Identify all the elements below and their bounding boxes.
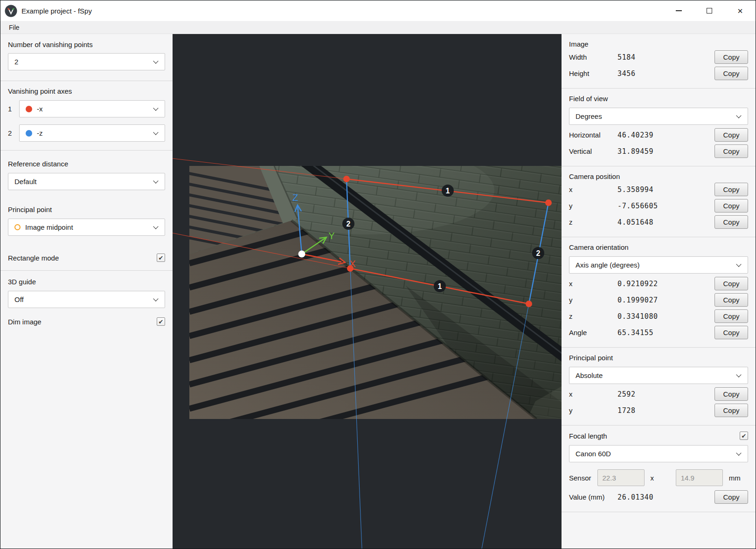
image-viewport[interactable]: Z Y X 1 2 <box>173 34 562 549</box>
copy-orientation-x-button[interactable]: Copy <box>714 277 748 290</box>
y-value: -7.656605 <box>617 202 714 210</box>
principal-point-select[interactable]: Image midpoint <box>8 219 165 236</box>
z-value: 4.051648 <box>617 218 714 226</box>
chevron-down-icon <box>736 113 741 118</box>
vp1-badge-bottom[interactable]: 1 <box>434 280 446 292</box>
orientation-mode-select[interactable]: Axis angle (degrees) <box>569 256 748 274</box>
chevron-down-icon <box>153 224 158 229</box>
fov-unit-select[interactable]: Degrees <box>569 108 748 125</box>
divider <box>0 150 173 151</box>
rectangle-mode-checkbox[interactable]: ✔ <box>157 254 165 262</box>
x-value: 2592 <box>617 390 714 398</box>
chevron-down-icon <box>153 178 158 183</box>
focal-length-checkbox[interactable]: ✔ <box>740 432 748 440</box>
camera-model-select[interactable]: Canon 60D <box>569 445 748 462</box>
axis-index: 1 <box>8 105 19 113</box>
copy-width-button[interactable]: Copy <box>714 50 748 64</box>
principal-point-section: Principal point Absolute x 2592 Copy y 1… <box>562 347 756 425</box>
copy-pp-x-button[interactable]: Copy <box>714 387 748 401</box>
maximize-button[interactable] <box>694 0 725 21</box>
axis-2-select[interactable]: -z <box>19 124 165 142</box>
minimize-button[interactable] <box>663 0 694 21</box>
vanishing-points-select[interactable]: 2 <box>8 53 165 70</box>
sensor-height-input <box>676 469 723 486</box>
copy-vertical-button[interactable]: Copy <box>714 144 748 158</box>
dim-image-checkbox[interactable]: ✔ <box>157 317 165 326</box>
chevron-down-icon <box>153 296 158 301</box>
fspy-logo-icon <box>5 5 17 17</box>
copy-position-z-button[interactable]: Copy <box>714 215 748 229</box>
control-point-bottom-right[interactable] <box>526 301 532 307</box>
horizontal-value: 46.40239 <box>617 131 714 139</box>
sensor-size-row: Sensor x mm <box>562 464 756 489</box>
z-label: z <box>569 218 617 226</box>
vp2-badge-right[interactable]: 2 <box>532 247 544 259</box>
sensor-unit: mm <box>729 474 748 482</box>
focal-length-title: Focal length <box>569 432 607 440</box>
orientation-y-row: y 0.1999027 Copy <box>562 292 756 308</box>
focal-value: 26.01340 <box>617 493 714 501</box>
copy-focal-length-button[interactable]: Copy <box>714 490 748 504</box>
window-title: Example project - fSpy <box>21 7 663 15</box>
check-icon: ✔ <box>159 254 164 261</box>
sensor-separator: x <box>651 474 670 482</box>
svg-text:2: 2 <box>536 249 541 257</box>
title-bar: Example project - fSpy ✕ <box>0 0 756 21</box>
x-label: x <box>569 390 617 398</box>
fov-unit-value: Degrees <box>576 112 602 120</box>
chevron-down-icon <box>153 105 158 110</box>
control-point-bottom-left[interactable] <box>347 265 354 272</box>
reference-distance-select[interactable]: Default <box>8 173 165 190</box>
orientation-mode-value: Axis angle (degrees) <box>576 261 640 269</box>
reference-distance-value: Default <box>14 178 37 185</box>
check-icon: ✔ <box>742 432 747 439</box>
copy-position-y-button[interactable]: Copy <box>714 199 748 213</box>
origin-handle[interactable] <box>298 251 305 258</box>
fov-horizontal-row: Horizontal 46.40239 Copy <box>562 127 756 143</box>
x-value: 5.358994 <box>617 185 714 194</box>
axis-2-color-dot-icon <box>26 130 32 137</box>
axis-1-select[interactable]: -x <box>19 100 165 117</box>
height-value: 3456 <box>617 69 714 78</box>
control-point-top-left[interactable] <box>343 176 350 182</box>
settings-panel: Number of vanishing points 2 Vanishing p… <box>0 34 173 549</box>
vanishing-points-value: 2 <box>14 58 18 66</box>
axis-1-color-dot-icon <box>26 106 32 112</box>
orientation-z-row: z 0.3341080 Copy <box>562 308 756 324</box>
chevron-down-icon <box>736 372 741 377</box>
sensor-width-input <box>597 469 645 486</box>
focal-value-label: Value (mm) <box>569 493 617 501</box>
3d-guide-select[interactable]: Off <box>8 291 165 308</box>
height-label: Height <box>569 69 617 77</box>
copy-height-button[interactable]: Copy <box>714 67 748 80</box>
menu-file[interactable]: File <box>5 22 23 33</box>
width-value: 5184 <box>617 53 714 62</box>
vp1-badge-top[interactable]: 1 <box>442 185 454 197</box>
z-label: z <box>569 312 617 320</box>
y-label: y <box>569 296 617 304</box>
copy-horizontal-button[interactable]: Copy <box>714 128 748 142</box>
focal-length-section: Focal length ✔ Canon 60D Sensor x mm <box>562 425 756 512</box>
vanishing-axes-label: Vanishing point axes <box>8 87 165 95</box>
vp2-badge-left[interactable]: 2 <box>342 218 354 230</box>
x-label: x <box>569 280 617 288</box>
orientation-x-row: x 0.9210922 Copy <box>562 275 756 292</box>
divider <box>562 512 756 512</box>
copy-pp-y-button[interactable]: Copy <box>714 404 748 417</box>
x-value: 0.9210922 <box>617 280 714 288</box>
principal-point-mode-value: Absolute <box>576 371 603 379</box>
copy-position-x-button[interactable]: Copy <box>714 183 748 196</box>
camera-position-x-row: x 5.358994 Copy <box>562 181 756 198</box>
principal-point-mode-select[interactable]: Absolute <box>569 367 748 384</box>
control-point-top-right[interactable] <box>545 199 552 206</box>
axis-row-2: 2 -z <box>8 124 165 142</box>
fov-section-title: Field of view <box>562 89 756 103</box>
maximize-icon <box>707 8 712 14</box>
vanishing-points-label: Number of vanishing points <box>8 41 165 48</box>
copy-orientation-z-button[interactable]: Copy <box>714 309 748 323</box>
image-height-row: Height 3456 Copy <box>562 65 756 82</box>
copy-orientation-y-button[interactable]: Copy <box>714 293 748 307</box>
check-icon: ✔ <box>159 318 164 325</box>
close-button[interactable]: ✕ <box>725 0 756 21</box>
copy-angle-button[interactable]: Copy <box>714 326 748 339</box>
